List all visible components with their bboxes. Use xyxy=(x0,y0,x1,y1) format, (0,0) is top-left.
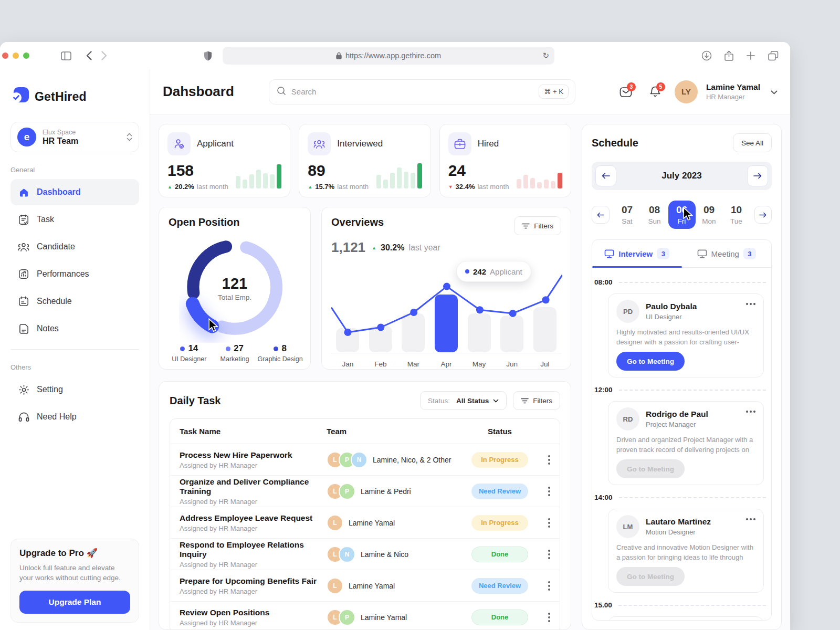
stat-cards-row: Applicant 158 ▲ 20.2% last month Intervi… xyxy=(159,124,571,197)
sidebar-item-need-help[interactable]: Need Help xyxy=(10,404,139,430)
day-name: Mon xyxy=(696,217,723,225)
card-menu-icon[interactable] xyxy=(746,303,755,305)
upgrade-plan-button[interactable]: Upgrade Plan xyxy=(19,591,130,614)
stat-period: last month xyxy=(197,183,228,191)
arrow-right-icon xyxy=(759,212,766,218)
search-box[interactable]: ⌘ + K xyxy=(269,79,575,104)
day-cell[interactable]: 09 Mon xyxy=(696,201,723,229)
downloads-icon[interactable] xyxy=(701,50,712,61)
messages-button[interactable]: 3 xyxy=(616,82,636,102)
table-row[interactable]: Process New Hire Paperwork Assigned by H… xyxy=(170,444,560,476)
table-row[interactable]: Respond to Employee Relations Inquiry As… xyxy=(170,539,560,570)
overviews-title: Overviews xyxy=(331,216,384,228)
sidebar-toggle-icon[interactable] xyxy=(61,51,71,60)
sidebar-item-dashboard[interactable]: Dashboard xyxy=(10,179,139,205)
row-menu-icon[interactable] xyxy=(548,613,550,622)
tab-overview-icon[interactable] xyxy=(768,51,779,61)
go-to-meeting-button[interactable]: Go to Meeting xyxy=(616,459,685,478)
tab-meeting[interactable]: Meeting 3 xyxy=(682,240,772,267)
open-position-donut-chart[interactable]: 121 Total Emp. xyxy=(179,232,290,345)
browser-window: https://www.app.gethire.com ↻ xyxy=(0,42,790,630)
reload-icon[interactable]: ↻ xyxy=(542,51,549,60)
tab-interview[interactable]: Interview 3 xyxy=(592,240,682,267)
go-to-meeting-button[interactable]: Go to Meeting xyxy=(616,567,685,586)
candidate-avatar: PD xyxy=(616,300,639,323)
open-position-title: Open Position xyxy=(169,216,301,228)
interview-card[interactable]: LM Lautaro Martinez Motion Designer Crea… xyxy=(608,509,764,593)
day-cell[interactable]: 10 Tue xyxy=(723,201,750,229)
browser-forward-button[interactable] xyxy=(101,51,107,60)
interview-card[interactable]: PD Paulo Dybala UI Designer Highly motiv… xyxy=(608,293,764,377)
workspace-switcher[interactable]: e Elux Space HR Team xyxy=(10,122,139,152)
interview-card[interactable]: RD Rodrigo de Paul Project Manager Drive… xyxy=(608,401,764,485)
schedule-panel: Schedule See All July 2023 xyxy=(582,124,782,630)
task-name: Address Employee Leave Request xyxy=(180,513,327,523)
sidebar-item-schedule[interactable]: Schedule xyxy=(10,288,139,314)
stat-icon xyxy=(448,132,471,155)
month-selector: July 2023 xyxy=(592,162,772,190)
daily-task-card: Daily Task Status: All Status Filters xyxy=(159,381,571,630)
overviews-chart[interactable]: JanFebMarAprMayJunJul 242 Applicant xyxy=(331,260,561,368)
stat-label: Applicant xyxy=(197,139,234,149)
share-icon[interactable] xyxy=(724,50,733,61)
day-date: 09 xyxy=(696,204,723,216)
row-menu-icon[interactable] xyxy=(548,581,550,591)
nav-label: Notes xyxy=(37,324,59,333)
open-position-card: Open Position 121 xyxy=(159,207,311,370)
card-menu-icon[interactable] xyxy=(746,518,755,520)
day-date: 10 xyxy=(723,204,750,216)
sidebar-item-task[interactable]: Task xyxy=(10,206,139,233)
task-filters-button[interactable]: Filters xyxy=(513,391,560,410)
workspace-space-name: Elux Space xyxy=(43,129,78,136)
schedule-tabs-card: Interview 3 Meeting 3 08:00 PD Paulo Dyb… xyxy=(592,239,772,621)
card-menu-icon[interactable] xyxy=(746,411,755,413)
row-menu-icon[interactable] xyxy=(548,487,550,496)
interview-card[interactable]: EF Enzo Fernandez 3D Artist Go to Meetin… xyxy=(608,616,764,620)
new-tab-icon[interactable] xyxy=(746,51,755,60)
next-month-button[interactable] xyxy=(747,165,768,186)
notifications-badge: 5 xyxy=(656,82,665,91)
close-window-button[interactable] xyxy=(2,52,8,59)
previous-days-button[interactable] xyxy=(592,206,610,224)
chevron-down-icon[interactable] xyxy=(771,87,778,97)
legend-item: 27 Marketing xyxy=(212,343,258,363)
go-to-meeting-button[interactable]: Go to Meeting xyxy=(616,352,685,371)
row-menu-icon[interactable] xyxy=(548,550,550,559)
previous-month-button[interactable] xyxy=(595,165,616,186)
sidebar-item-candidate[interactable]: Candidate xyxy=(10,234,139,260)
tab-count-badge: 3 xyxy=(743,248,756,259)
table-row[interactable]: Review Open Positions Assigned by HR Man… xyxy=(170,602,560,630)
nav-label: Task xyxy=(37,215,54,224)
sidebar-item-setting[interactable]: Setting xyxy=(10,376,139,403)
schedule-timeline: 08:00 PD Paulo Dybala UI Designer Highly… xyxy=(592,268,771,620)
table-row[interactable]: Address Employee Leave Request Assigned … xyxy=(170,507,560,539)
day-cell[interactable]: 07 Sat xyxy=(614,201,641,229)
sidebar-item-performances[interactable]: Performances xyxy=(10,261,139,287)
row-menu-icon[interactable] xyxy=(548,455,550,465)
search-input[interactable] xyxy=(291,87,534,96)
see-all-button[interactable]: See All xyxy=(733,133,772,152)
legend-label: UI Designer xyxy=(166,355,212,363)
status-filter-dropdown[interactable]: Status: All Status xyxy=(420,391,507,410)
address-bar[interactable]: https://www.app.gethire.com ↻ xyxy=(223,47,554,65)
table-row[interactable]: Prepare for Upcoming Benefits Fair Assig… xyxy=(170,570,560,602)
browser-back-button[interactable] xyxy=(86,51,92,60)
day-cell[interactable]: 08 Sun xyxy=(641,201,668,229)
minimize-window-button[interactable] xyxy=(13,52,19,59)
section-label-general: General xyxy=(10,166,139,174)
overviews-delta: 30.2% xyxy=(381,243,404,253)
notifications-button[interactable]: 5 xyxy=(645,82,665,102)
overviews-period: last year xyxy=(408,243,440,253)
table-row[interactable]: Organize and Deliver Compliance Training… xyxy=(170,476,560,507)
search-icon xyxy=(277,86,286,98)
overviews-filters-button[interactable]: Filters xyxy=(514,216,561,235)
row-menu-icon[interactable] xyxy=(548,518,550,528)
upgrade-card: Upgrade to Pro 🚀 Unlock full feature and… xyxy=(10,539,139,623)
sidebar-item-notes[interactable]: Notes xyxy=(10,316,139,342)
next-days-button[interactable] xyxy=(754,206,772,224)
total-employees-label: Total Emp. xyxy=(218,293,251,301)
zoom-window-button[interactable] xyxy=(23,52,29,59)
user-avatar[interactable]: LY xyxy=(675,80,698,103)
lock-icon xyxy=(336,52,342,59)
privacy-shield-icon[interactable] xyxy=(204,51,212,61)
